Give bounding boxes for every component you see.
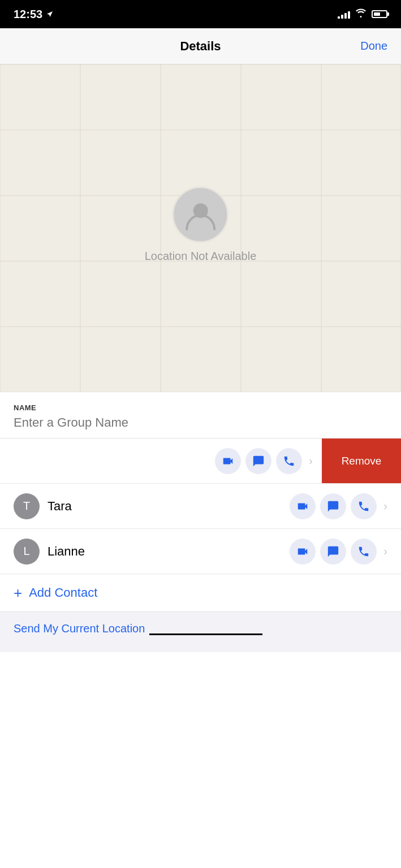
underline-decoration (149, 633, 262, 635)
video-icon (296, 500, 309, 513)
contact-row-lianne: L Lianne › (0, 529, 401, 574)
add-icon: + (14, 585, 22, 600)
battery-icon (372, 10, 387, 18)
nav-bar: Details Done (0, 28, 401, 64)
phone-icon (357, 545, 370, 558)
add-contact-button[interactable]: + Add Contact (0, 574, 401, 611)
avatar-placeholder (173, 186, 229, 243)
message-button-lianne[interactable] (320, 539, 346, 565)
status-icons (338, 8, 387, 20)
contact-row-tara: T Tara › (0, 484, 401, 529)
contact-name-tara: Tara (48, 499, 290, 514)
message-icon (252, 455, 265, 467)
video-call-button-lianne[interactable] (290, 539, 316, 565)
location-arrow-icon (46, 10, 54, 18)
remove-button-nai[interactable]: Remove (322, 439, 401, 483)
phone-button-nai[interactable] (276, 448, 302, 474)
done-button[interactable]: Done (360, 40, 387, 53)
name-label: NAME (14, 403, 387, 412)
chevron-nai: › (309, 454, 313, 467)
video-call-button-nai[interactable] (215, 448, 241, 474)
contact-name-lianne: Lianne (48, 544, 290, 559)
phone-icon (283, 455, 295, 467)
signal-icon (338, 10, 350, 19)
phone-button-tara[interactable] (351, 493, 377, 519)
phone-button-lianne[interactable] (351, 539, 377, 565)
video-icon (222, 455, 234, 467)
message-icon (327, 545, 339, 558)
send-location-button[interactable]: Send My Current Location (14, 622, 387, 635)
location-unavailable-text: Location Not Available (145, 250, 257, 263)
avatar-tara: T (14, 493, 40, 519)
bottom-section: Send My Current Location (0, 611, 401, 652)
message-button-nai[interactable] (245, 448, 271, 474)
group-name-input[interactable] (14, 415, 387, 438)
contact-row-nai: nai (0, 439, 401, 484)
message-icon (327, 500, 339, 513)
map-area: Location Not Available (0, 64, 401, 392)
message-button-tara[interactable] (320, 493, 346, 519)
video-call-button-tara[interactable] (290, 493, 316, 519)
map-center-content: Location Not Available (145, 186, 257, 263)
chevron-tara: › (383, 500, 387, 513)
chevron-lianne: › (383, 545, 387, 558)
contact-actions-lianne: › (290, 539, 387, 565)
name-section: NAME (0, 392, 401, 438)
video-icon (296, 545, 309, 558)
add-contact-label: Add Contact (29, 585, 97, 600)
phone-icon (357, 500, 370, 513)
status-time: 12:53 (14, 8, 54, 21)
wifi-icon (355, 8, 367, 20)
contacts-list: nai (0, 439, 401, 611)
page-title: Details (180, 39, 221, 54)
contact-actions-tara: › (290, 493, 387, 519)
avatar-lianne: L (14, 539, 40, 565)
status-bar: 12:53 (0, 0, 401, 28)
